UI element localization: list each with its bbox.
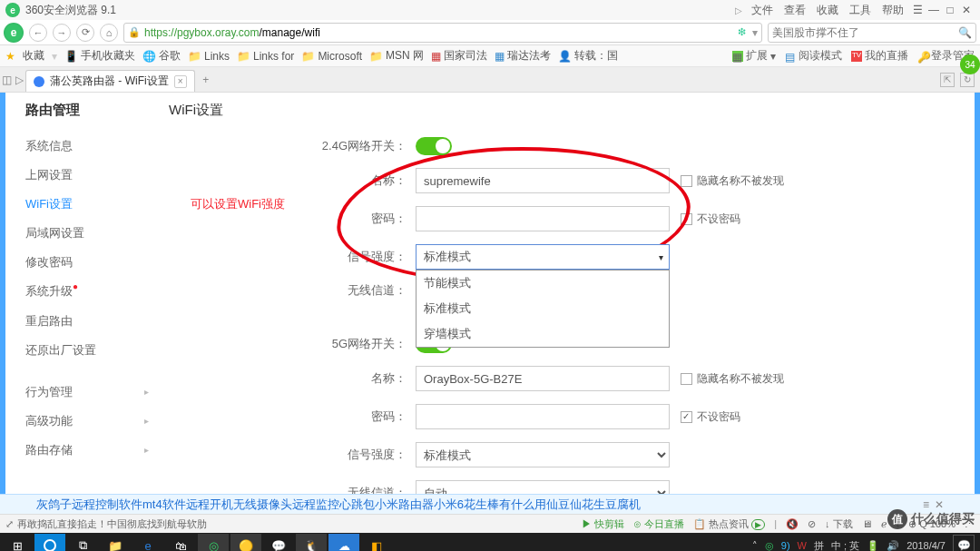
sidebar-item-lan[interactable]: 局域网设置 (25, 219, 160, 248)
sidebar-item-sysinfo[interactable]: 系统信息 (25, 132, 160, 161)
link-5[interactable]: 心跳包 (339, 497, 375, 513)
option-wall[interactable]: 穿墙模式 (416, 321, 669, 347)
checkbox-24g-hide[interactable] (681, 175, 692, 187)
url-box[interactable]: 🔒 https://pgybox.oray.com/manage/wifi ❇ … (123, 23, 762, 43)
close-button[interactable]: ✕ (958, 4, 975, 16)
search-box[interactable]: 🔍 (768, 23, 976, 43)
select-5g-signal[interactable]: 标准模式 (416, 442, 670, 467)
tray-lang[interactable]: 中 ; 英 (831, 539, 859, 552)
menu-tools[interactable]: 工具 (849, 3, 871, 18)
input-5g-name[interactable] (416, 366, 670, 391)
checkbox-5g-hide[interactable] (681, 373, 692, 385)
start-button[interactable]: ⊞ (2, 534, 33, 551)
bookmark-msn[interactable]: 📁MSN 网 (369, 48, 424, 64)
link-3[interactable]: 远程开机 (186, 497, 233, 513)
maximize-button[interactable]: □ (942, 4, 958, 16)
link-2[interactable]: mt4软件 (142, 497, 186, 513)
minimize-button[interactable]: — (926, 4, 942, 16)
url-dropdown-icon[interactable]: ▾ (752, 26, 758, 39)
bookmark-google[interactable]: 🌐谷歌 (142, 48, 181, 64)
status-block-icon[interactable]: ⊘ (808, 518, 816, 530)
tabs-panel-icon[interactable]: ◫ ▷ (0, 67, 25, 92)
task-wechat[interactable]: 💬 (263, 534, 294, 551)
task-store[interactable]: 🛍 (165, 534, 196, 551)
bookmark-microsoft[interactable]: 📁Microsoft (301, 50, 362, 63)
forward-button[interactable]: → (53, 24, 71, 42)
status-hot[interactable]: 📋 热点资讯 ▶ (693, 517, 765, 531)
link-6[interactable]: 小米路由器 (375, 497, 434, 513)
task-qq[interactable]: 🐧 (296, 534, 327, 551)
toggle-24g[interactable] (416, 137, 452, 155)
back-button[interactable]: ← (29, 24, 47, 42)
tab-util-2[interactable]: ↻ (960, 73, 975, 87)
sidebar-item-behavior[interactable]: 行为管理▸ (25, 378, 160, 407)
input-24g-name[interactable] (416, 168, 670, 193)
task-edge[interactable]: e (132, 534, 163, 551)
select-24g-signal[interactable]: 标准模式 ▾ 节能模式 标准模式 穿墙模式 (416, 244, 670, 270)
task-app2[interactable]: ◧ (361, 534, 392, 551)
link-9[interactable]: 仙豆仙花生豆腐机 (546, 497, 641, 513)
tray-volume-icon[interactable]: 🔊 (887, 540, 899, 552)
sidebar-item-storage[interactable]: 路由存储▸ (25, 436, 160, 465)
search-icon[interactable]: 🔍 (958, 26, 972, 39)
bookmark-zhuanzai[interactable]: 👤转载：国 (558, 48, 618, 64)
ext-kuozhan[interactable]: ▦扩展 ▾ (732, 48, 776, 64)
menu-file[interactable]: 文件 (751, 3, 773, 18)
link-8[interactable]: 花生棒有什么用 (464, 497, 546, 513)
tray-w-icon[interactable]: W (798, 540, 807, 551)
tray-up-icon[interactable]: ˄ (752, 540, 758, 552)
url-input[interactable] (324, 26, 731, 39)
search-input[interactable] (772, 26, 958, 39)
tray-clock[interactable]: 2018/4/7 (906, 540, 946, 551)
task-explorer[interactable]: 📁 (100, 534, 131, 551)
eco-icon[interactable]: ❇ (738, 26, 746, 38)
sidebar-item-wan[interactable]: 上网设置 (25, 161, 160, 190)
bookmark-mobile[interactable]: 📱手机收藏夹 (64, 48, 135, 64)
hamburger-icon[interactable]: ☰ (909, 4, 926, 16)
taskview-button[interactable]: ⧉ (67, 534, 98, 551)
task-360[interactable]: ◎ (198, 534, 229, 551)
status-expand-icon[interactable]: ⤢ (5, 518, 14, 530)
cortana-button[interactable] (34, 534, 65, 551)
menu-view[interactable]: 查看 (784, 3, 806, 18)
option-standard[interactable]: 标准模式 (416, 296, 669, 321)
menu-help[interactable]: 帮助 (882, 3, 904, 18)
status-news[interactable]: 再敢捣乱直接掐走！中国彻底找到航母软肋 (17, 517, 207, 531)
reload-button[interactable]: ⟳ (76, 24, 94, 42)
tray-battery-icon[interactable]: 🔋 (867, 540, 879, 552)
home-button[interactable]: ⌂ (100, 24, 118, 42)
star-icon[interactable]: ★ (5, 50, 15, 63)
tray-notifications[interactable]: 💬 (953, 535, 975, 551)
sidebar-item-reboot[interactable]: 重启路由 (25, 307, 160, 336)
tray-ime[interactable]: 拼 (814, 539, 824, 552)
task-chrome[interactable]: 🟡 (230, 534, 261, 551)
notification-badge[interactable]: 34 (960, 54, 980, 74)
status-e[interactable]: ℯ (881, 518, 887, 530)
bookmark-links[interactable]: 📁Links (188, 50, 230, 63)
option-eco[interactable]: 节能模式 (416, 271, 669, 296)
link-4[interactable]: 无线摄像头远程监控 (233, 497, 339, 513)
tab-active[interactable]: 蒲公英路由器 - WiFi设置 × (25, 70, 195, 92)
tab-util-1[interactable]: ⇱ (940, 73, 955, 87)
tab-close-button[interactable]: × (174, 75, 187, 88)
tray-360-icon[interactable]: ◎ (765, 540, 774, 552)
ext-read[interactable]: ▤阅读模式 (785, 48, 842, 64)
input-24g-pwd[interactable] (416, 206, 670, 231)
link-1[interactable]: 灰鸽子远程控制软件 (36, 497, 142, 513)
sidebar-item-password[interactable]: 修改密码 (25, 248, 160, 277)
select-5g-channel[interactable]: 自动 (416, 480, 670, 494)
sidebar-item-upgrade[interactable]: 系统升级● (25, 277, 160, 307)
sidebar-item-wifi[interactable]: WiFi设置 (25, 190, 160, 219)
link-7[interactable]: 小米6 (434, 497, 464, 513)
menu-fav[interactable]: 收藏 (817, 3, 838, 18)
bookmark-linksfor[interactable]: 📁Links for (237, 50, 294, 63)
bookmark-guojiasifa[interactable]: ▦国家司法 (431, 48, 487, 64)
tray-9-icon[interactable]: 9) (781, 540, 790, 551)
status-fastclip[interactable]: ▶ 快剪辑 (582, 517, 624, 531)
checkbox-24g-nopwd[interactable] (681, 213, 692, 225)
bookmark-ruida[interactable]: ▦瑞达法考 (495, 48, 551, 64)
status-download[interactable]: ↓ 下载 (825, 517, 853, 531)
new-tab-button[interactable]: + (195, 67, 217, 92)
status-today[interactable]: ⊙ 今日直播 (633, 517, 684, 531)
status-pc-icon[interactable]: 🖥 (862, 518, 872, 529)
